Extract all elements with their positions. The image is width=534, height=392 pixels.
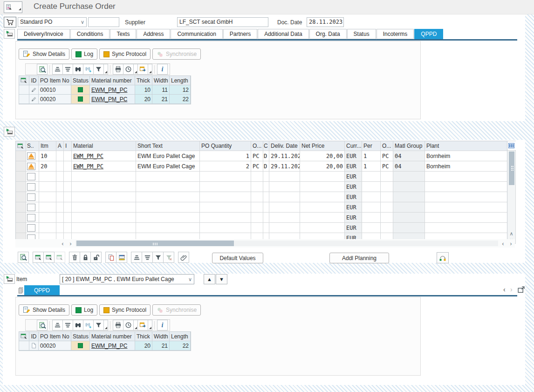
sort-descending-button[interactable] [62, 320, 73, 330]
column-header[interactable]: A [56, 141, 64, 151]
grid-row-empty[interactable]: EUR [16, 202, 507, 213]
material-cell[interactable]: EWM_PM_PC [72, 161, 136, 171]
find-button[interactable] [73, 64, 83, 75]
attachment-button[interactable] [178, 252, 189, 263]
log-button[interactable]: Log [71, 48, 97, 60]
previous-item-button[interactable]: ▲ [204, 274, 215, 284]
edit-pencil-icon[interactable] [29, 85, 39, 94]
row-selector[interactable] [16, 182, 26, 192]
order-number-input[interactable] [88, 17, 119, 27]
column-header[interactable]: Per [362, 141, 381, 151]
material-cell[interactable]: EWM_PM_PC [72, 151, 136, 161]
transfer-button[interactable] [437, 252, 449, 263]
material-group-cell[interactable]: 04 [393, 151, 425, 161]
po-item-no-cell[interactable]: 00020 [39, 341, 71, 350]
row-selector[interactable] [16, 172, 26, 181]
default-values-button[interactable]: Default Values [212, 253, 263, 263]
show-details-button[interactable]: Show Details [19, 304, 69, 316]
shopping-cart-button[interactable] [4, 17, 16, 28]
short-text-cell[interactable]: EWM Euro Pallet Cage [136, 161, 200, 171]
select-all-button[interactable] [16, 141, 26, 151]
po-quantity-cell[interactable]: 2 [200, 161, 251, 171]
tab-additional-data[interactable]: Additional Data [258, 29, 308, 39]
row-selector[interactable] [19, 85, 29, 94]
sync-protocol-button[interactable]: Sync Protocol [99, 304, 151, 316]
length-cell[interactable]: 22 [170, 341, 191, 350]
sort-ascending-button[interactable] [52, 64, 63, 75]
tab-status[interactable]: Status [347, 29, 376, 39]
copy-row-button[interactable] [105, 252, 116, 263]
scroll-left-button[interactable]: ‹ [59, 240, 67, 247]
po-item-no-cell[interactable]: 00010 [39, 85, 71, 94]
table-settings-button[interactable] [507, 141, 516, 151]
currency-cell[interactable]: EUR [345, 151, 362, 161]
find-button[interactable] [73, 320, 83, 330]
addl-planning-button[interactable]: Addl Planning [329, 253, 389, 263]
services-for-object-button[interactable] [4, 1, 22, 13]
column-header[interactable]: Net Price [300, 141, 345, 151]
column-header[interactable]: Thick [135, 76, 152, 85]
row-selector[interactable] [16, 192, 26, 202]
delete-row-button[interactable] [69, 252, 80, 263]
grid-row[interactable]: 10 EWM_PM_PC EWM Euro Pallet Cage 1 PC D… [16, 151, 507, 161]
column-header[interactable]: Curr... [345, 141, 362, 151]
po-item-no-cell[interactable]: 00020 [39, 95, 71, 103]
details-button[interactable] [37, 320, 48, 330]
grid-row-empty[interactable]: EUR [16, 172, 507, 182]
po-quantity-cell[interactable]: 1 [200, 151, 251, 161]
scroll-left-button-2[interactable]: ‹ [499, 240, 507, 247]
column-header[interactable]: Material number [90, 76, 135, 85]
next-item-button[interactable]: ▼ [216, 274, 227, 284]
tab-item-qppd[interactable]: QPPD [24, 285, 60, 296]
currency-cell[interactable]: EUR [345, 161, 362, 171]
item-cell[interactable]: 10 [39, 151, 56, 161]
layout-settings-button[interactable] [116, 252, 127, 263]
sort-descending-button[interactable] [142, 252, 153, 263]
column-header[interactable]: Status [71, 332, 90, 341]
order-price-unit-cell[interactable]: PC [381, 151, 393, 161]
item-cell[interactable]: 20 [39, 161, 56, 171]
views-menu-caret[interactable] [148, 320, 152, 330]
filter-menu-caret[interactable] [103, 320, 108, 330]
views-menu-caret[interactable] [148, 64, 152, 75]
column-header[interactable]: Material [72, 141, 136, 151]
column-header[interactable]: ID [29, 332, 39, 341]
table-row[interactable]: 00010 EWM_PM_PC 10 11 12 [19, 85, 191, 95]
filter-button[interactable] [93, 320, 104, 330]
horizontal-scroll-thumb[interactable] [76, 241, 234, 246]
scroll-right-button[interactable]: › [67, 240, 75, 247]
material-cell[interactable]: EWM_PM_PC [90, 85, 135, 94]
order-unit-cell[interactable]: PC [251, 161, 263, 171]
services-menu-caret-icon[interactable] [19, 8, 21, 10]
tab-incoterms[interactable]: Incoterms [377, 29, 414, 39]
edit-pencil-icon[interactable] [29, 95, 39, 103]
column-header[interactable]: Length [170, 332, 191, 341]
grid-row-empty[interactable]: EUR [16, 182, 507, 192]
length-cell[interactable]: 12 [170, 85, 191, 94]
vertical-scroll-thumb[interactable] [509, 151, 514, 185]
unlock-button[interactable] [90, 252, 102, 263]
column-header[interactable]: Status [71, 76, 90, 85]
select-all-button[interactable] [19, 76, 29, 85]
grid-row-empty[interactable]: EUR [16, 223, 507, 233]
row-selector[interactable] [16, 213, 26, 222]
tab-address[interactable]: Address [137, 29, 170, 39]
collapse-header-button[interactable] [4, 29, 15, 39]
grid-row-empty[interactable]: EUR [16, 192, 507, 202]
column-header[interactable]: C [263, 141, 269, 151]
tab-scroll-left-button[interactable]: ‹ [503, 286, 506, 293]
row-selector[interactable] [19, 341, 29, 350]
row-selector[interactable] [16, 202, 26, 212]
table-row[interactable]: 00020 EWM_PM_PC 20 21 22 [19, 341, 191, 351]
row-selector[interactable] [16, 161, 26, 171]
column-header[interactable]: Matl Group [393, 141, 425, 151]
table-row[interactable]: 00020 EWM_PM_PC 20 21 22 [19, 95, 191, 104]
scroll-up-button[interactable]: ∧ [508, 230, 515, 237]
row-selector[interactable] [19, 95, 29, 103]
views-button[interactable] [137, 64, 148, 75]
horizontal-scroll-track[interactable] [75, 241, 498, 246]
width-cell[interactable]: 11 [152, 85, 170, 94]
row-selector[interactable] [16, 151, 26, 161]
column-header[interactable]: Plant [425, 141, 507, 151]
material-cell[interactable]: EWM_PM_PC [90, 95, 135, 103]
